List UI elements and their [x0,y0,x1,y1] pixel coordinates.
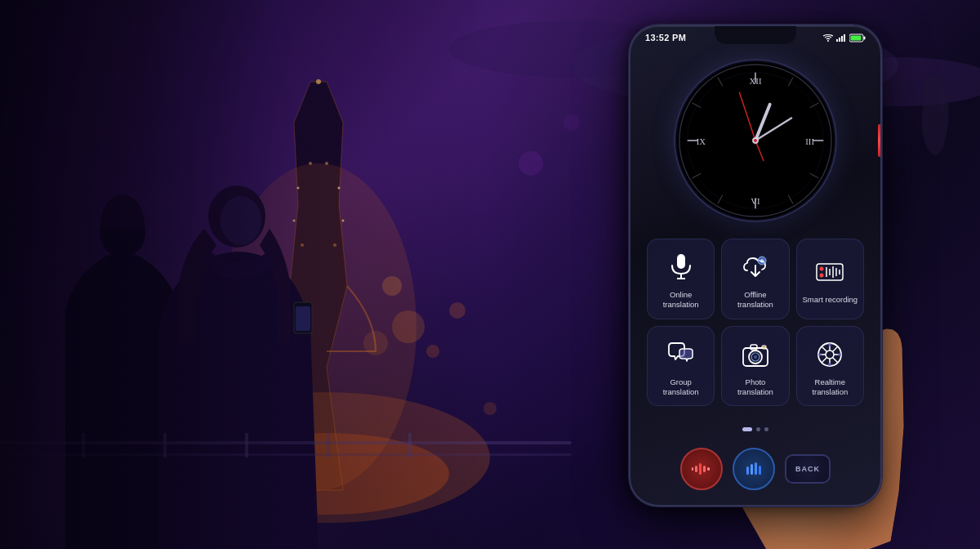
clock-area: XII III VI IX [666,51,845,230]
svg-rect-40 [836,39,838,42]
svg-rect-114 [759,466,761,475]
wifi-icon [823,33,833,42]
svg-rect-39 [0,0,490,549]
svg-text:III: III [805,136,814,146]
status-icons [823,33,866,42]
film-reel-icon [815,340,844,369]
svg-rect-111 [746,466,749,475]
svg-rect-108 [703,466,706,472]
back-button[interactable]: BACK [785,454,831,484]
page-dot-3 [764,427,768,431]
svg-text:IX: IX [697,136,706,146]
offline-translation-label: Offline translation [727,290,783,310]
svg-rect-41 [839,38,840,42]
app-group-translation[interactable]: Group translation [647,326,715,407]
svg-rect-112 [751,464,753,475]
status-bar: 13:52 PM [630,33,880,42]
phone-frame: 13:52 PM [629,25,882,507]
svg-rect-106 [695,466,697,472]
page-dot-2 [756,427,760,431]
equalizer-button[interactable] [733,448,775,490]
offline-translation-icon-container [737,249,773,285]
svg-line-100 [833,346,839,352]
clock-svg: XII III VI IX [675,60,835,221]
record-button[interactable] [680,448,723,490]
svg-line-98 [822,346,827,352]
svg-line-101 [822,357,827,363]
svg-text:VI: VI [751,196,760,206]
page-dots [742,427,768,431]
svg-point-102 [828,343,831,346]
app-realtime-translation[interactable]: Realtime translation [796,326,864,407]
svg-point-89 [754,355,757,359]
phone-device: 13:52 PM [629,25,882,507]
svg-rect-110 [692,467,693,471]
svg-rect-90 [751,345,757,350]
status-time: 13:52 PM [645,33,686,42]
photo-translation-icon-container [737,337,773,373]
bottom-nav: BACK [680,448,831,490]
svg-rect-46 [851,35,862,40]
group-translation-icon-container [663,337,699,373]
app-photo-translation[interactable]: Photo translation [721,326,789,407]
svg-point-104 [828,363,831,366]
svg-point-79 [820,267,824,271]
svg-rect-43 [844,34,845,42]
svg-text:XII: XII [750,76,762,86]
svg-rect-113 [755,462,757,475]
svg-point-80 [820,274,824,278]
equalizer-icon [744,459,764,479]
svg-point-105 [818,353,822,356]
clock-face: XII III VI IX [674,59,837,222]
phone-side-accent [878,124,880,157]
page-dot-1 [742,427,752,431]
realtime-translation-label: Realtime translation [802,377,858,398]
smart-recording-label: Smart recording [803,295,858,305]
record-icon [692,459,711,479]
recording-lines-icon [815,257,844,287]
signal-icon [836,33,846,42]
realtime-translation-icon-container [812,337,848,373]
online-translation-icon-container [663,249,699,285]
app-offline-translation[interactable]: Offline translation [721,239,789,319]
svg-rect-107 [699,463,702,475]
photo-translation-label: Photo translation [727,377,783,398]
camera-lens-icon [741,340,770,369]
group-translation-label: Group translation [653,377,709,398]
back-label: BACK [795,465,820,473]
svg-rect-91 [762,346,766,349]
svg-point-71 [754,139,757,142]
svg-rect-109 [707,467,710,471]
cloud-download-icon [741,252,770,282]
svg-rect-42 [841,36,843,42]
smart-recording-icon-container [812,254,848,290]
online-translation-label: Online translation [653,290,709,310]
svg-line-99 [833,357,839,363]
battery-icon [849,33,866,42]
svg-rect-45 [864,36,866,39]
speech-bubbles-icon [666,340,696,369]
app-grid: Online translation Offline translation [643,239,868,406]
app-online-translation[interactable]: Online translation [647,239,715,319]
svg-rect-72 [677,254,685,269]
microphone-icon [666,252,696,282]
app-smart-recording[interactable]: Smart recording [796,239,864,319]
svg-point-103 [838,353,841,356]
